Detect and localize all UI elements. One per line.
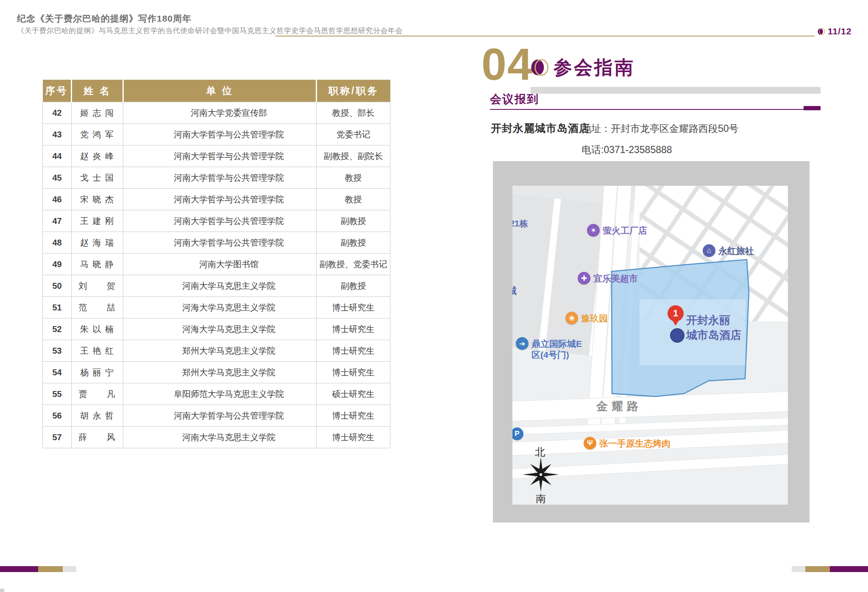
table-row: 53 王 艳 红 郑州大学马克思主义学院 博士研究生 bbox=[43, 340, 390, 362]
cell-sequence-number: 56 bbox=[43, 405, 72, 427]
cell-position: 教授 bbox=[317, 167, 390, 189]
cell-position: 副教授 bbox=[317, 210, 390, 232]
cell-name: 姬 志 闯 bbox=[72, 102, 123, 124]
cell-sequence-number: 57 bbox=[43, 427, 72, 448]
footer-bar-left bbox=[0, 566, 76, 572]
poi-label: 萤火工厂店 bbox=[603, 224, 647, 236]
map-poi-zhangyishou-bbq[interactable]: Ψ 张一手原生态烤肉 bbox=[584, 437, 670, 450]
table-row: 57 薛 风 河南大学马克思主义学院 博士研究生 bbox=[43, 427, 390, 448]
hotel-phone: 电话:0371-23585888 bbox=[581, 143, 672, 156]
cell-sequence-number: 45 bbox=[43, 167, 72, 189]
parking-icon: P bbox=[512, 427, 523, 440]
corner-artifact bbox=[0, 589, 4, 592]
cell-sequence-number: 47 bbox=[43, 210, 72, 232]
table-row: 55 贾 凡 阜阳师范大学马克思主义学院 硕士研究生 bbox=[43, 383, 390, 405]
cell-name: 王 艳 红 bbox=[72, 340, 123, 362]
map-road-label: 金耀路 bbox=[596, 399, 642, 414]
cell-unit: 阜阳师范大学马克思主义学院 bbox=[123, 383, 317, 405]
poi-label: 永红旅社 bbox=[718, 244, 754, 257]
footer-segment-purple bbox=[0, 566, 38, 572]
cell-sequence-number: 51 bbox=[43, 297, 72, 318]
page-title: 纪念《关于费尔巴哈的提纲》写作180周年 bbox=[17, 13, 192, 25]
header-divider bbox=[275, 36, 815, 36]
poi-label: 豫玖园 bbox=[581, 312, 608, 324]
cell-sequence-number: 52 bbox=[43, 318, 72, 340]
footer-segment-gold bbox=[38, 566, 63, 572]
footer-segment-gold bbox=[805, 566, 830, 572]
cell-sequence-number: 49 bbox=[43, 254, 72, 275]
map-poi-parking[interactable]: P bbox=[512, 427, 526, 440]
table-row: 56 胡 永 哲 河南大学哲学与公共管理学院 博士研究生 bbox=[43, 405, 390, 427]
table-row: 45 戈 士 国 河南大学哲学与公共管理学院 教授 bbox=[43, 167, 390, 189]
map-frame: 21栋 城 金耀路 1 开封永丽 城市岛酒店 北 南 ✶ 萤火工厂店 bbox=[493, 161, 810, 522]
poi-label: 宜乐美超市 bbox=[593, 272, 638, 284]
map-label-partial: 城 bbox=[512, 285, 517, 297]
map-poi-yonghong-hostel[interactable]: ⌂ 永红旅社 bbox=[703, 244, 754, 257]
section-underline-bar bbox=[531, 87, 821, 94]
cell-unit: 河海大学马克思主义学院 bbox=[123, 318, 317, 340]
cell-sequence-number: 50 bbox=[43, 275, 72, 297]
cell-name: 范 喆 bbox=[72, 297, 123, 318]
compass-rose-icon bbox=[522, 457, 560, 492]
cell-name: 马 晓 静 bbox=[72, 254, 123, 275]
firefly-factory-store-icon: ✶ bbox=[587, 224, 600, 237]
map-poi-dingli-international-city-e-gate4[interactable]: ➔ 鼎立国际城E 区(4号门) bbox=[516, 337, 582, 361]
map-poi-yujiuyuan[interactable]: ❀ 豫玖园 bbox=[565, 312, 608, 324]
cell-position: 党委书记 bbox=[317, 124, 390, 145]
cell-name: 朱 以 楠 bbox=[72, 318, 123, 340]
cell-unit: 河南大学党委宣传部 bbox=[123, 102, 317, 124]
cell-position: 博士研究生 bbox=[317, 340, 390, 362]
cell-sequence-number: 42 bbox=[43, 102, 72, 124]
cell-position: 教授、部长 bbox=[317, 102, 390, 124]
cell-position: 博士研究生 bbox=[317, 427, 390, 448]
table-row: 47 王 建 刚 河南大学哲学与公共管理学院 副教授 bbox=[43, 210, 390, 232]
map-poi-firefly-factory-store[interactable]: ✶ 萤火工厂店 bbox=[587, 224, 647, 237]
cell-name: 宋 晓 杰 bbox=[72, 189, 123, 210]
cell-position: 副教授 bbox=[317, 275, 390, 297]
hotel-address: 地址：开封市龙亭区金耀路西段50号 bbox=[581, 122, 739, 135]
cell-unit: 河南大学哲学与公共管理学院 bbox=[123, 232, 317, 254]
column-header-name: 姓 名 bbox=[72, 80, 123, 102]
cell-unit: 河海大学马克思主义学院 bbox=[123, 297, 317, 318]
page-subtitle: 《关于费尔巴哈的提纲》与马克思主义哲学的当代使命研讨会暨中国马克思主义哲学史学会… bbox=[17, 26, 403, 36]
map-hotel-dot-icon bbox=[670, 328, 684, 343]
cell-sequence-number: 54 bbox=[43, 362, 72, 383]
cell-name: 党 鸿 军 bbox=[72, 124, 123, 145]
page-indicator: 11/12 bbox=[817, 26, 851, 36]
cell-position: 教授 bbox=[317, 189, 390, 210]
cell-position: 硕士研究生 bbox=[317, 383, 390, 405]
footer-bar-right bbox=[792, 566, 868, 572]
cell-name: 王 建 刚 bbox=[72, 210, 123, 232]
table-row: 52 朱 以 楠 河海大学马克思主义学院 博士研究生 bbox=[43, 318, 390, 340]
footer-segment-purple bbox=[830, 566, 868, 572]
column-header-no: 序号 bbox=[43, 80, 72, 102]
cell-position: 副教授、党委书记 bbox=[317, 254, 390, 275]
cell-position: 博士研究生 bbox=[317, 297, 390, 318]
yonghong-hostel-icon: ⌂ bbox=[703, 244, 715, 257]
map-pin-marker[interactable]: 1 bbox=[668, 305, 684, 321]
poi-label: 张一手原生态烤肉 bbox=[599, 437, 670, 449]
table-row: 43 党 鸿 军 河南大学哲学与公共管理学院 党委书记 bbox=[43, 124, 390, 145]
cell-sequence-number: 46 bbox=[43, 189, 72, 210]
map-hotel-label: 开封永丽 城市岛酒店 bbox=[686, 313, 741, 343]
cell-unit: 郑州大学马克思主义学院 bbox=[123, 340, 317, 362]
page-number: 11/12 bbox=[828, 26, 851, 36]
roster-table-header-row: 序号 姓 名 单 位 职称/职务 bbox=[43, 80, 390, 102]
table-row: 51 范 喆 河海大学马克思主义学院 博士研究生 bbox=[43, 297, 390, 318]
cell-position: 副教授、副院长 bbox=[317, 145, 390, 167]
subsection-title: 会议报到 bbox=[490, 92, 539, 107]
table-row: 48 赵 海 瑞 河南大学哲学与公共管理学院 副教授 bbox=[43, 232, 390, 254]
dingli-international-city-e-gate4-icon: ➔ bbox=[516, 337, 529, 350]
cell-name: 戈 士 国 bbox=[72, 167, 123, 189]
cell-name: 薛 风 bbox=[72, 427, 123, 448]
phase-circle-icon bbox=[817, 28, 825, 36]
cell-name: 杨 丽 宁 bbox=[72, 362, 123, 383]
footer-segment-gray bbox=[792, 566, 805, 572]
roster-table-body: 42 姬 志 闯 河南大学党委宣传部 教授、部长 43 党 鸿 军 河南大学哲学… bbox=[43, 102, 390, 448]
roster-table: 序号 姓 名 单 位 职称/职务 42 姬 志 闯 河南大学党委宣传部 教授、部… bbox=[42, 80, 390, 448]
subsection-divider-endcap bbox=[804, 106, 821, 110]
cell-name: 刘 贺 bbox=[72, 275, 123, 297]
map-poi-yilemei-supermarket[interactable]: ✚ 宜乐美超市 bbox=[578, 272, 638, 285]
cell-unit: 河南大学哲学与公共管理学院 bbox=[123, 124, 317, 145]
cell-unit: 郑州大学马克思主义学院 bbox=[123, 362, 317, 383]
